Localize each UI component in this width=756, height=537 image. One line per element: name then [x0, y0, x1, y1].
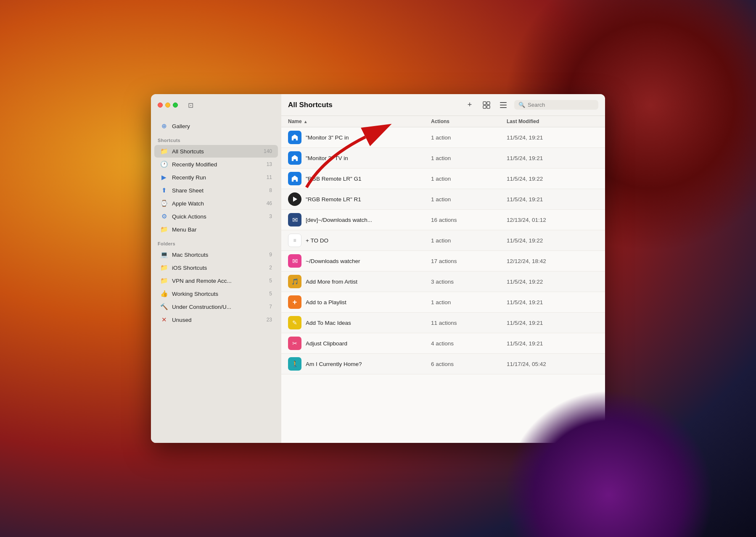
table-row[interactable]: 🎵 Add More from Artist 3 actions 11/5/24…: [281, 271, 605, 292]
under-construction-icon: 🔨: [160, 303, 168, 311]
ios-shortcuts-count: 2: [269, 265, 272, 271]
shortcut-name: "Monitor 3" TV in: [306, 155, 431, 161]
sidebar-item-all-shortcuts[interactable]: 📁 All Shortcuts 140: [154, 145, 278, 158]
shortcut-name: "RGB Remote LR" R1: [306, 196, 431, 203]
shortcut-actions: 1 action: [431, 134, 507, 141]
menu-bar-label: Menu Bar: [172, 226, 272, 233]
main-header: All Shortcuts + 🔍: [281, 94, 605, 116]
shortcut-modified: 11/5/24, 19:21: [507, 155, 598, 161]
sidebar-item-menu-bar[interactable]: 📁 Menu Bar: [154, 223, 278, 236]
sidebar-item-working-shortcuts[interactable]: 👍 Working Shortcuts 5: [154, 287, 278, 300]
add-button[interactable]: +: [464, 99, 476, 111]
shortcut-name: ~/Downloads watcher: [306, 258, 431, 264]
sidebar-item-ios-shortcuts[interactable]: 📁 iOS Shortcuts 2: [154, 261, 278, 274]
sidebar-toggle-icon[interactable]: ⊡: [188, 101, 193, 109]
shortcut-name: "RGB Remote LR" G1: [306, 176, 431, 182]
share-sheet-icon: ⬆: [160, 187, 168, 194]
shortcut-icon: 🚶: [288, 357, 301, 371]
minimize-button[interactable]: [165, 103, 170, 108]
search-input[interactable]: [528, 102, 587, 108]
table-row[interactable]: ≡ + TO DO 1 action 11/5/24, 19:22: [281, 230, 605, 251]
grid-view-button[interactable]: [481, 99, 492, 111]
shortcut-name: [dev]~/Downloads watch...: [306, 217, 431, 223]
shortcut-icon: ✂: [288, 337, 301, 350]
svg-rect-0: [483, 102, 486, 105]
table-row[interactable]: "RGB Remote LR" G1 1 action 11/5/24, 19:…: [281, 168, 605, 189]
sidebar-item-unused[interactable]: ✕ Unused 23: [154, 313, 278, 326]
sidebar-item-gallery[interactable]: ⊕ Gallery: [154, 120, 278, 132]
shortcut-actions: 17 actions: [431, 258, 507, 264]
sidebar-item-under-construction[interactable]: 🔨 Under Construction/U... 7: [154, 300, 278, 313]
svg-rect-6: [500, 107, 507, 108]
shortcut-actions: 16 actions: [431, 217, 507, 223]
shortcut-modified: 11/5/24, 19:21: [507, 134, 598, 141]
table-row[interactable]: + Add to a Playlist 1 action 11/5/24, 19…: [281, 292, 605, 313]
sidebar-content: ⊕ Gallery Shortcuts 📁 All Shortcuts 140 …: [151, 116, 281, 443]
svg-rect-4: [500, 102, 507, 103]
ios-shortcuts-icon: 📁: [160, 264, 168, 271]
shortcut-modified: 11/5/24, 19:22: [507, 279, 598, 285]
share-sheet-label: Share Sheet: [172, 187, 265, 194]
sidebar-item-vpn-remote[interactable]: 📁 VPN and Remote Acc... 5: [154, 274, 278, 287]
shortcut-modified: 11/5/24, 19:21: [507, 299, 598, 305]
search-icon: 🔍: [518, 102, 525, 108]
sidebar-item-recently-modified[interactable]: 🕐 Recently Modified 13: [154, 158, 278, 171]
list-view-button[interactable]: [497, 99, 509, 111]
shortcut-actions: 3 actions: [431, 279, 507, 285]
apple-watch-label: Apple Watch: [172, 200, 262, 207]
unused-count: 23: [267, 317, 272, 323]
unused-icon: ✕: [160, 316, 168, 324]
shortcut-modified: 11/5/24, 19:22: [507, 237, 598, 244]
sidebar-item-apple-watch[interactable]: ⌚ Apple Watch 46: [154, 197, 278, 210]
maximize-button[interactable]: [173, 103, 178, 108]
shortcut-name: Am I Currently Home?: [306, 361, 431, 367]
mac-shortcuts-count: 9: [269, 252, 272, 258]
table-row[interactable]: "Monitor 3" TV in 1 action 11/5/24, 19:2…: [281, 148, 605, 168]
close-button[interactable]: [158, 103, 163, 108]
search-bar[interactable]: 🔍: [514, 100, 598, 110]
shortcut-icon: [288, 172, 301, 185]
quick-actions-count: 3: [269, 213, 272, 219]
shortcut-icon: ✉: [288, 213, 301, 226]
recently-run-icon: ▶: [160, 174, 168, 181]
shortcut-actions: 4 actions: [431, 340, 507, 347]
table-row[interactable]: "RGB Remote LR" R1 1 action 11/5/24, 19:…: [281, 189, 605, 210]
unused-label: Unused: [172, 317, 262, 323]
table-header: Name ▲ Actions Last Modified: [281, 116, 605, 127]
shortcut-actions: 1 action: [431, 176, 507, 182]
shortcut-icon: [288, 131, 301, 144]
table-row[interactable]: ✉ ~/Downloads watcher 17 actions 12/12/2…: [281, 251, 605, 271]
folders-section-label: Folders: [151, 236, 281, 248]
shortcut-actions: 11 actions: [431, 320, 507, 326]
main-content: All Shortcuts + 🔍: [281, 94, 605, 443]
shortcut-modified: 11/5/24, 19:21: [507, 196, 598, 203]
shortcut-actions: 1 action: [431, 155, 507, 161]
column-name[interactable]: Name ▲: [288, 118, 431, 124]
table-row[interactable]: "Monitor 3" PC in 1 action 11/5/24, 19:2…: [281, 127, 605, 148]
recently-modified-icon: 🕐: [160, 161, 168, 168]
sort-arrow-icon: ▲: [304, 119, 308, 124]
table-row[interactable]: ✂ Adjust Clipboard 4 actions 11/5/24, 19…: [281, 333, 605, 354]
shortcut-name: + TO DO: [306, 237, 431, 244]
shortcut-icon: ≡: [288, 234, 301, 247]
gallery-label: Gallery: [172, 123, 272, 129]
column-modified[interactable]: Last Modified: [507, 118, 598, 124]
shortcut-actions: 1 action: [431, 237, 507, 244]
recently-modified-count: 13: [267, 161, 272, 167]
sidebar-item-quick-actions[interactable]: ⚙ Quick Actions 3: [154, 210, 278, 223]
quick-actions-icon: ⚙: [160, 213, 168, 220]
sidebar-item-share-sheet[interactable]: ⬆ Share Sheet 8: [154, 184, 278, 197]
table-row[interactable]: ✉ [dev]~/Downloads watch... 16 actions 1…: [281, 210, 605, 230]
table-row[interactable]: 🚶 Am I Currently Home? 6 actions 11/17/2…: [281, 354, 605, 374]
sidebar-item-mac-shortcuts[interactable]: 💻 Mac Shortcuts 9: [154, 248, 278, 261]
column-actions[interactable]: Actions: [431, 118, 507, 124]
app-window: ⊡ ⊕ Gallery Shortcuts 📁 All Shortcuts 14…: [151, 94, 605, 443]
recently-run-count: 11: [267, 174, 272, 180]
shortcut-icon: +: [288, 295, 301, 309]
svg-rect-5: [500, 105, 507, 105]
menu-bar-icon: 📁: [160, 226, 168, 233]
shortcut-icon: [288, 192, 301, 206]
table-row[interactable]: ✎ Add To Mac Ideas 11 actions 11/5/24, 1…: [281, 313, 605, 333]
sidebar-item-recently-run[interactable]: ▶ Recently Run 11: [154, 171, 278, 184]
shortcut-name: Add To Mac Ideas: [306, 320, 431, 326]
